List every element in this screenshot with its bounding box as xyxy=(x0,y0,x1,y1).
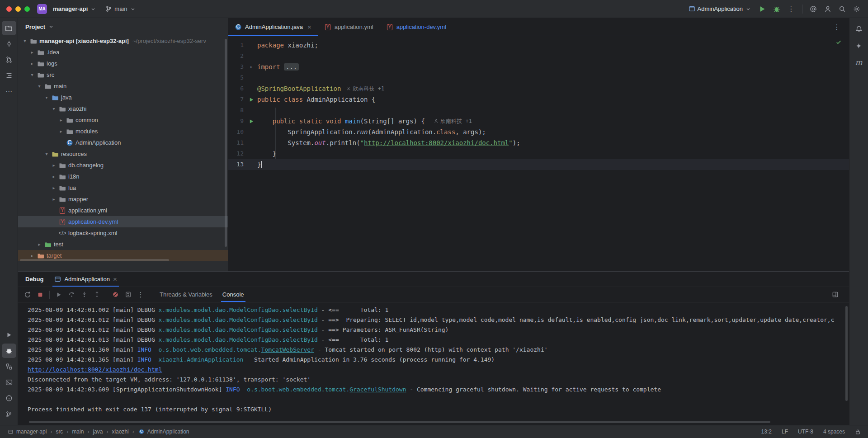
fold-gutter-icon[interactable]: ▸ xyxy=(245,61,257,72)
tree-item-i18n[interactable]: ▸i18n xyxy=(18,171,228,182)
tree-item-test[interactable]: ▸test xyxy=(18,239,228,250)
settings-button[interactable] xyxy=(850,2,863,16)
project-tool-button[interactable] xyxy=(2,21,16,35)
tree-item-adminapplication[interactable]: CAdminApplication xyxy=(18,137,228,148)
tree-item-src[interactable]: ▾src xyxy=(18,69,228,80)
version-control-tool-button[interactable] xyxy=(2,407,16,421)
at-button[interactable] xyxy=(807,2,820,16)
chevron-down-icon[interactable]: ▾ xyxy=(50,106,58,111)
breadcrumb-item-adminapplication[interactable]: CAdminApplication xyxy=(138,428,189,435)
inspections-widget[interactable] xyxy=(835,39,842,47)
chevron-down-icon[interactable]: ▾ xyxy=(42,151,51,156)
class-hyperlink[interactable]: TomcatWebServer xyxy=(261,346,314,353)
breadcrumb-item-xiaozhi[interactable]: xiaozhi xyxy=(112,429,128,435)
tree-item-resources[interactable]: ▾resources xyxy=(18,148,228,160)
tree-item-modules[interactable]: ▸modules xyxy=(18,126,228,137)
chevron-down-icon[interactable]: ▾ xyxy=(42,95,51,100)
breadcrumb-item-java[interactable]: java xyxy=(93,429,103,435)
maven-tool-button[interactable]: m xyxy=(852,55,866,70)
commit-tool-button[interactable] xyxy=(2,37,16,51)
ai-assistant-tool-button[interactable] xyxy=(852,38,866,53)
search-everywhere-button[interactable] xyxy=(835,2,849,16)
chevron-right-icon[interactable]: ▸ xyxy=(50,197,58,202)
project-selector[interactable]: manager-api xyxy=(50,4,99,14)
editor-tab-application-dev-yml[interactable]: Yapplication-dev.yml xyxy=(380,18,453,36)
chevron-down-icon[interactable]: ▾ xyxy=(28,72,36,77)
chevron-right-icon[interactable]: ▸ xyxy=(57,129,65,134)
tree-item-application-dev-yml[interactable]: Yapplication-dev.yml xyxy=(18,216,228,227)
tree-item-application-yml[interactable]: Yapplication.yml xyxy=(18,205,228,216)
window-close-button[interactable] xyxy=(6,6,12,12)
editor-tab-adminapplication-java[interactable]: CAdminApplication.java× xyxy=(228,18,318,36)
tree-item-logback-spring-xml[interactable]: </>logback-spring.xml xyxy=(18,227,228,239)
project-panel-header[interactable]: Project xyxy=(18,18,228,35)
project-vertical-scrollbar[interactable] xyxy=(225,39,227,247)
chevron-right-icon[interactable]: ▸ xyxy=(57,118,65,122)
line-separator[interactable]: LF xyxy=(782,429,788,435)
chevron-right-icon[interactable]: ▸ xyxy=(35,242,43,247)
code-with-me-button[interactable] xyxy=(821,2,835,16)
file-encoding[interactable]: UTF-8 xyxy=(798,429,813,435)
chevron-right-icon[interactable]: ▸ xyxy=(50,163,58,168)
more-actions-button[interactable]: ⋮ xyxy=(784,2,798,16)
more-tool-windows-button[interactable]: ⋯ xyxy=(2,84,16,99)
notifications-button[interactable] xyxy=(852,22,866,36)
author-inlay-hint[interactable]: 欣南科技 +1 xyxy=(434,116,472,127)
tab-options-button[interactable]: ⋮ xyxy=(830,20,844,34)
structure-tool-button[interactable] xyxy=(2,68,16,83)
debug-panel-title[interactable]: Debug xyxy=(25,276,43,283)
chevron-right-icon[interactable]: ▸ xyxy=(28,50,36,55)
project-horizontal-scrollbar[interactable] xyxy=(20,259,169,261)
step-into-button[interactable] xyxy=(78,289,90,301)
debug-more-button[interactable]: ⋮ xyxy=(135,289,146,301)
run-button[interactable] xyxy=(755,2,769,16)
class-hyperlink[interactable]: GracefulShutdown xyxy=(349,386,406,393)
debug-button[interactable] xyxy=(770,2,783,16)
lock-icon[interactable] xyxy=(855,429,861,435)
console-output[interactable]: 2025-08-09 14:42:01.002 [main] DEBUG x.m… xyxy=(18,302,849,425)
debug-tab-console[interactable]: Console xyxy=(217,287,249,302)
terminal-tool-button[interactable] xyxy=(2,375,16,390)
tree-item-mapper[interactable]: ▸mapper xyxy=(18,193,228,205)
branch-selector[interactable]: main xyxy=(102,4,139,14)
chevron-down-icon[interactable]: ▾ xyxy=(21,38,29,43)
window-minimize-button[interactable] xyxy=(15,6,21,12)
tree-item-main[interactable]: ▾main xyxy=(18,80,228,92)
close-tab-icon[interactable]: × xyxy=(307,23,311,31)
code-editor[interactable]: 1package xiaozhi;23▸import ...56@SpringB… xyxy=(228,36,849,271)
chevron-right-icon[interactable]: ▸ xyxy=(50,185,58,190)
run-tool-button[interactable] xyxy=(2,328,16,342)
author-inlay-hint[interactable]: 欣南科技 +1 xyxy=(346,83,384,94)
tree-item-db-changelog[interactable]: ▸db.changelog xyxy=(18,160,228,171)
console-horizontal-scrollbar[interactable] xyxy=(29,421,770,423)
debug-tab-threads-variables[interactable]: Threads & Variables xyxy=(155,287,217,302)
breadcrumb-item-manager-api[interactable]: manager-api xyxy=(7,429,47,435)
rerun-button[interactable] xyxy=(22,289,33,301)
resume-button[interactable] xyxy=(53,289,65,301)
chevron-right-icon[interactable]: ▸ xyxy=(28,61,36,66)
evaluate-expression-button[interactable] xyxy=(122,289,134,301)
step-out-button[interactable] xyxy=(91,289,103,301)
indent-setting[interactable]: 4 spaces xyxy=(823,429,845,435)
tree-item-common[interactable]: ▸common xyxy=(18,114,228,126)
step-over-button[interactable] xyxy=(66,289,77,301)
stop-button[interactable] xyxy=(34,289,46,301)
chevron-right-icon[interactable]: ▸ xyxy=(50,174,58,179)
tree-item-lua[interactable]: ▸lua xyxy=(18,182,228,193)
run-configuration-selector[interactable]: AdminApplication xyxy=(685,4,755,14)
editor-tab-application-yml[interactable]: Yapplication.yml xyxy=(318,18,380,36)
run-gutter-icon[interactable] xyxy=(245,116,257,127)
tree-item-xiaozhi[interactable]: ▾xiaozhi xyxy=(18,103,228,114)
mute-breakpoints-button[interactable] xyxy=(109,289,121,301)
console-vertical-scrollbar[interactable] xyxy=(845,306,848,401)
breadcrumb-item-main[interactable]: main xyxy=(72,429,84,435)
chevron-down-icon[interactable]: ▾ xyxy=(35,84,43,89)
run-gutter-icon[interactable] xyxy=(245,94,257,105)
tree-item-java[interactable]: ▾java xyxy=(18,92,228,103)
debug-session-tab[interactable]: AdminApplication × xyxy=(52,272,118,287)
debug-tool-button[interactable] xyxy=(2,344,16,358)
tree-item-manager-api-xiaozhi-esp32-api[interactable]: ▾manager-api [xiaozhi-esp32-api]~/projec… xyxy=(18,35,228,47)
tree-item-logs[interactable]: ▸logs xyxy=(18,58,228,69)
pull-requests-tool-button[interactable] xyxy=(2,52,16,67)
services-tool-button[interactable] xyxy=(2,359,16,374)
